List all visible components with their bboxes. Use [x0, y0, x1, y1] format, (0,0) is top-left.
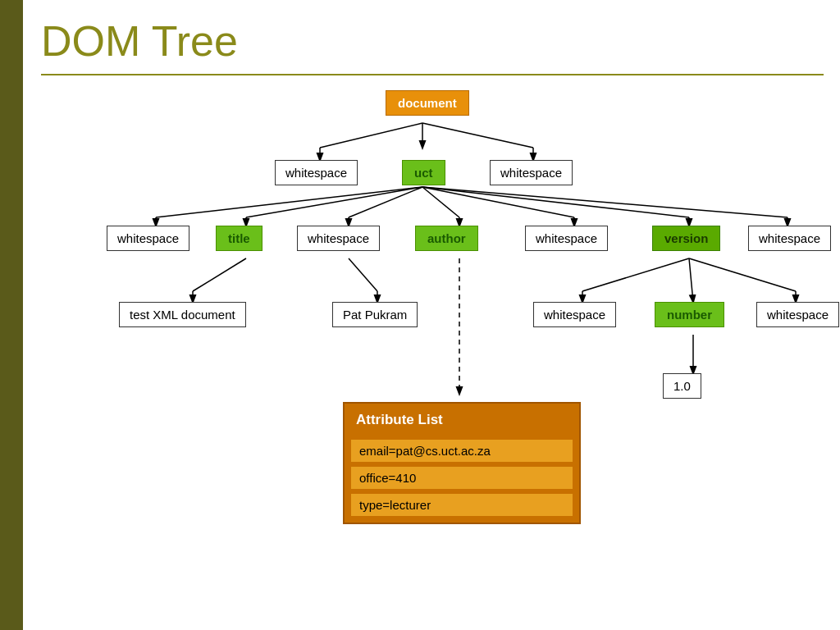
node-document-label: document [386, 90, 469, 116]
sidebar-decoration [0, 0, 23, 630]
node-text-title: test XML document [119, 302, 246, 327]
node-ws2-label: whitespace [490, 160, 573, 185]
node-ws7-label: whitespace [533, 302, 616, 327]
node-uct-label: uct [402, 160, 445, 185]
attribute-list-box: Attribute List email=pat@cs.uct.ac.za of… [343, 402, 581, 524]
node-text-pat: Pat Pukram [332, 302, 418, 327]
node-version: version [652, 226, 720, 251]
svg-line-3 [422, 123, 533, 148]
svg-line-15 [422, 187, 689, 217]
title-underline [41, 74, 824, 75]
svg-line-1 [320, 123, 422, 148]
node-ws8-label: whitespace [756, 302, 839, 327]
node-title-label: title [216, 226, 262, 251]
svg-line-5 [246, 187, 422, 217]
node-text-title-label: test XML document [119, 302, 246, 327]
svg-line-24 [582, 258, 689, 291]
node-author: author [415, 226, 478, 251]
svg-line-27 [689, 258, 796, 291]
node-number-label: number [655, 302, 724, 327]
node-ws4: whitespace [297, 226, 380, 251]
node-text-10: 1.0 [663, 373, 701, 399]
node-ws5-label: whitespace [525, 226, 608, 251]
node-text-pat-label: Pat Pukram [332, 302, 418, 327]
svg-line-7 [156, 187, 422, 217]
node-title: title [216, 226, 262, 251]
page-title: DOM Tree [41, 16, 238, 66]
node-version-label: version [652, 226, 720, 251]
node-ws6: whitespace [748, 226, 831, 251]
node-ws6-label: whitespace [748, 226, 831, 251]
node-ws3: whitespace [107, 226, 189, 251]
node-number: number [655, 302, 724, 327]
svg-line-19 [193, 258, 246, 291]
node-uct: uct [402, 160, 445, 185]
svg-line-13 [422, 187, 574, 217]
node-ws1-label: whitespace [275, 160, 358, 185]
attr-item-office: office=410 [351, 467, 573, 489]
svg-line-21 [349, 258, 377, 291]
node-document: document [386, 90, 469, 116]
node-ws7: whitespace [533, 302, 616, 327]
svg-line-9 [349, 187, 422, 217]
svg-line-11 [422, 187, 459, 217]
svg-line-17 [422, 187, 788, 217]
svg-line-26 [689, 258, 693, 302]
attr-item-type: type=lecturer [351, 494, 573, 516]
tree-area: document whitespace uct whitespace white… [41, 82, 832, 622]
node-ws8: whitespace [756, 302, 839, 327]
node-author-label: author [415, 226, 478, 251]
node-ws5: whitespace [525, 226, 608, 251]
node-ws2: whitespace [490, 160, 573, 185]
node-ws1: whitespace [275, 160, 358, 185]
attr-list-title: Attribute List [345, 404, 579, 435]
node-ws3-label: whitespace [107, 226, 189, 251]
node-text-10-label: 1.0 [663, 373, 701, 399]
attr-item-email: email=pat@cs.uct.ac.za [351, 440, 573, 462]
node-ws4-label: whitespace [297, 226, 380, 251]
